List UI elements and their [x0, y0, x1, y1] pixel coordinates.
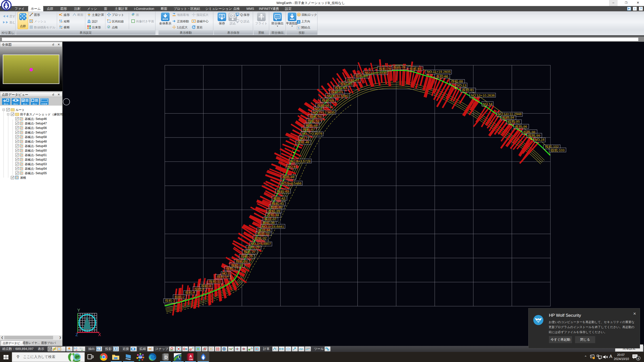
svg-text:NO.7: NO.7: [300, 136, 308, 140]
svg-text:役杭-44: 役杭-44: [283, 175, 295, 179]
svg-text:役杭-91: 役杭-91: [462, 88, 474, 92]
svg-text:Q.S: Q.S: [74, 347, 77, 349]
svg-text:Z: Z: [75, 332, 78, 337]
svg-text:役杭-86: 役杭-86: [436, 74, 448, 78]
svg-text:NO.13+10.2636: NO.13+10.2636: [471, 94, 495, 97]
svg-text:役杭-25: 役杭-25: [241, 254, 253, 258]
svg-text:X: X: [98, 332, 101, 337]
svg-text:役杭-63: 役杭-63: [335, 86, 347, 90]
svg-text:役杭-27: 役杭-27: [244, 250, 256, 254]
svg-text:NO.8: NO.8: [314, 107, 323, 111]
svg-text:役杭-61: 役杭-61: [331, 90, 343, 94]
svg-text:D: D: [165, 355, 168, 360]
svg-text:ERP: ERP: [138, 356, 143, 358]
svg-text:NO.8+11.5692: NO.8+11.5692: [327, 94, 348, 98]
svg-text:NO.10+0.2338: NO.10+0.2338: [365, 71, 387, 75]
svg-text:役杭-88: 役杭-88: [451, 79, 463, 83]
svg-text:役杭-58: 役杭-58: [322, 99, 334, 102]
svg-text:NO.16: NO.16: [535, 138, 544, 142]
svg-text:役杭-34: 役杭-34: [258, 228, 270, 232]
svg-text:役杭-94: 役杭-94: [502, 116, 514, 119]
svg-text:役杭-8: 役杭-8: [201, 284, 211, 288]
svg-text:役杭-47: 役杭-47: [303, 128, 315, 131]
svg-text:役杭-43: 役杭-43: [277, 190, 289, 193]
svg-text:NO.14: NO.14: [482, 102, 493, 106]
svg-text:NO.2: NO.2: [222, 272, 230, 275]
svg-text:役杭-38: 役杭-38: [267, 213, 279, 217]
svg-text:役杭-37: 役杭-37: [264, 217, 276, 221]
svg-text:役杭-74: 役杭-74: [379, 67, 391, 71]
svg-text:役杭-103: 役杭-103: [551, 148, 565, 152]
svg-text:Y: Y: [77, 308, 80, 313]
svg-text:CAD: CAD: [189, 358, 193, 360]
svg-text:役杭-95: 役杭-95: [508, 120, 520, 123]
svg-text:役杭-19: 役杭-19: [231, 263, 243, 267]
svg-text:役杭-56: 役杭-56: [317, 104, 329, 107]
svg-text:4: 4: [637, 357, 639, 360]
svg-text:役杭-39: 役杭-39: [268, 209, 280, 213]
svg-text:役杭-4: 役杭-4: [185, 291, 195, 294]
svg-text:ALL: ALL: [170, 349, 174, 351]
svg-text:役杭-2: 役杭-2: [174, 295, 184, 299]
svg-text:役杭-46: 役杭-46: [297, 140, 309, 144]
svg-text:z: z: [276, 347, 277, 349]
svg-text:役杭-41: 役杭-41: [272, 202, 284, 205]
svg-text:役杭-96: 役杭-96: [515, 125, 527, 128]
svg-text:NO.6: NO.6: [288, 165, 296, 169]
svg-text:役杭-53: 役杭-53: [310, 115, 322, 118]
svg-text:役杭-22: 役杭-22: [236, 259, 248, 263]
svg-text:役杭-51: 役杭-51: [308, 119, 320, 123]
svg-text:NO.3+5.8807: NO.3+5.8807: [251, 242, 271, 246]
svg-text:役杭-11: 役杭-11: [209, 280, 221, 283]
svg-text:役杭-65: 役杭-65: [340, 82, 352, 86]
svg-text:A: A: [189, 354, 192, 358]
svg-text:NO.7+2.8076: NO.7+2.8076: [302, 132, 323, 135]
svg-text:Q.L: Q.L: [79, 347, 83, 349]
svg-text:役杭-67: 役杭-67: [347, 78, 359, 82]
svg-text:役杭-81: 役杭-81: [410, 67, 422, 71]
svg-text:NO.11+19.2605: NO.11+19.2605: [427, 70, 451, 74]
svg-text:NO.13: NO.13: [456, 83, 466, 87]
svg-text:NO.5+8.5466: NO.5+8.5466: [281, 182, 302, 185]
svg-text:役杭-78: 役杭-78: [393, 65, 406, 69]
svg-text:NO.14+11.2948: NO.14+11.2948: [498, 112, 522, 116]
svg-text:NO.3+18.6841: NO.3+18.6841: [262, 225, 284, 229]
svg-text:役杭-42: 役杭-42: [273, 197, 286, 200]
svg-text:役杭-1: 役杭-1: [165, 299, 175, 302]
svg-text:役杭-33: 役杭-33: [258, 232, 270, 236]
svg-text:役杭-99: 役杭-99: [528, 134, 540, 138]
svg-text:NO.7+17.3635: NO.7+17.3635: [313, 111, 335, 114]
svg-text:役杭-32: 役杭-32: [255, 236, 267, 240]
svg-text:役杭-49: 役杭-49: [306, 124, 318, 127]
svg-text:NO.6+3.5728: NO.6+3.5728: [290, 159, 311, 163]
